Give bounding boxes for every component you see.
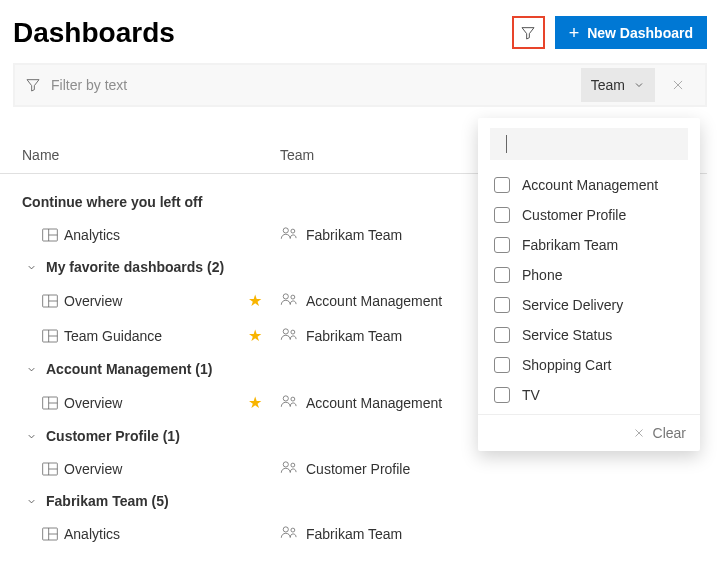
- dashboard-name: Team Guidance: [64, 328, 162, 344]
- svg-point-29: [291, 528, 295, 532]
- popup-option[interactable]: TV: [478, 380, 700, 410]
- team-name: Fabrikam Team: [306, 227, 402, 243]
- checkbox[interactable]: [494, 327, 510, 343]
- popup-clear-label: Clear: [653, 425, 686, 441]
- group-label: Fabrikam Team (5): [46, 493, 169, 509]
- team-icon: [280, 525, 298, 542]
- popup-option[interactable]: Service Delivery: [478, 290, 700, 320]
- team-icon: [280, 327, 298, 344]
- dashboard-name: Analytics: [64, 526, 120, 542]
- favorite-star-icon[interactable]: ★: [248, 291, 262, 310]
- dashboard-name: Overview: [64, 461, 122, 477]
- checkbox[interactable]: [494, 207, 510, 223]
- favorite-star-icon[interactable]: ★: [248, 393, 262, 412]
- svg-point-9: [291, 295, 295, 299]
- popup-option-label: TV: [522, 387, 540, 403]
- svg-point-23: [283, 462, 288, 467]
- checkbox[interactable]: [494, 237, 510, 253]
- team-name: Account Management: [306, 293, 442, 309]
- dashboard-icon: [42, 396, 64, 410]
- popup-option-label: Fabrikam Team: [522, 237, 618, 253]
- clear-filter-button[interactable]: [661, 68, 695, 102]
- team-icon: [280, 226, 298, 243]
- dashboard-name: Analytics: [64, 227, 120, 243]
- svg-point-18: [283, 396, 288, 401]
- popup-option-label: Shopping Cart: [522, 357, 612, 373]
- group-label: Customer Profile (1): [46, 428, 180, 444]
- dashboard-name: Overview: [64, 293, 122, 309]
- svg-point-8: [283, 294, 288, 299]
- dashboard-name: Overview: [64, 395, 122, 411]
- dashboard-icon: [42, 228, 64, 242]
- team-dropdown[interactable]: Team: [581, 68, 655, 102]
- group-header[interactable]: Fabrikam Team (5): [22, 485, 720, 517]
- popup-clear-button[interactable]: Clear: [478, 414, 700, 451]
- funnel-icon: [520, 25, 536, 41]
- popup-option[interactable]: Customer Profile: [478, 200, 700, 230]
- checkbox[interactable]: [494, 267, 510, 283]
- page-title: Dashboards: [13, 17, 175, 49]
- popup-option-label: Phone: [522, 267, 562, 283]
- group-label: My favorite dashboards (2): [46, 259, 224, 275]
- popup-search-input[interactable]: [506, 135, 688, 153]
- chevron-down-icon: [633, 79, 645, 91]
- team-filter-popup: Account ManagementCustomer ProfileFabrik…: [478, 118, 700, 451]
- svg-point-4: [291, 229, 295, 233]
- group-label: Account Management (1): [46, 361, 212, 377]
- dashboard-icon: [42, 294, 64, 308]
- popup-option-label: Customer Profile: [522, 207, 626, 223]
- close-icon: [633, 427, 645, 439]
- favorite-star-icon[interactable]: ★: [248, 326, 262, 345]
- plus-icon: +: [569, 24, 580, 42]
- checkbox[interactable]: [494, 357, 510, 373]
- team-dropdown-label: Team: [591, 77, 625, 93]
- team-name: Fabrikam Team: [306, 328, 402, 344]
- group-label: Continue where you left off: [22, 194, 202, 210]
- svg-point-24: [291, 463, 295, 467]
- popup-option-label: Account Management: [522, 177, 658, 193]
- dashboard-icon: [42, 527, 64, 541]
- filter-icon-button[interactable]: [512, 16, 545, 49]
- svg-point-19: [291, 397, 295, 401]
- popup-option-label: Service Delivery: [522, 297, 623, 313]
- funnel-icon: [25, 77, 41, 93]
- filter-text-input[interactable]: [51, 77, 581, 93]
- popup-search-box[interactable]: [490, 128, 688, 160]
- popup-option[interactable]: Service Status: [478, 320, 700, 350]
- popup-option[interactable]: Phone: [478, 260, 700, 290]
- svg-point-14: [291, 330, 295, 334]
- checkbox[interactable]: [494, 177, 510, 193]
- team-name: Customer Profile: [306, 461, 410, 477]
- dashboard-icon: [42, 329, 64, 343]
- chevron-down-icon: [22, 364, 40, 375]
- svg-point-13: [283, 329, 288, 334]
- popup-option[interactable]: Fabrikam Team: [478, 230, 700, 260]
- chevron-down-icon: [22, 431, 40, 442]
- svg-point-28: [283, 527, 288, 532]
- checkbox[interactable]: [494, 387, 510, 403]
- new-dashboard-label: New Dashboard: [587, 25, 693, 41]
- popup-option-label: Service Status: [522, 327, 612, 343]
- team-icon: [280, 292, 298, 309]
- dashboard-row[interactable]: AnalyticsFabrikam Team: [22, 517, 720, 550]
- checkbox[interactable]: [494, 297, 510, 313]
- team-name: Fabrikam Team: [306, 526, 402, 542]
- dashboard-icon: [42, 462, 64, 476]
- team-icon: [280, 394, 298, 411]
- dashboard-row[interactable]: OverviewCustomer Profile: [22, 452, 720, 485]
- new-dashboard-button[interactable]: + New Dashboard: [555, 16, 707, 49]
- chevron-down-icon: [22, 496, 40, 507]
- team-icon: [280, 460, 298, 477]
- team-name: Account Management: [306, 395, 442, 411]
- popup-option[interactable]: Account Management: [478, 170, 700, 200]
- close-icon: [671, 78, 685, 92]
- svg-point-3: [283, 228, 288, 233]
- column-header-name[interactable]: Name: [22, 147, 280, 163]
- chevron-down-icon: [22, 262, 40, 273]
- popup-option[interactable]: Shopping Cart: [478, 350, 700, 380]
